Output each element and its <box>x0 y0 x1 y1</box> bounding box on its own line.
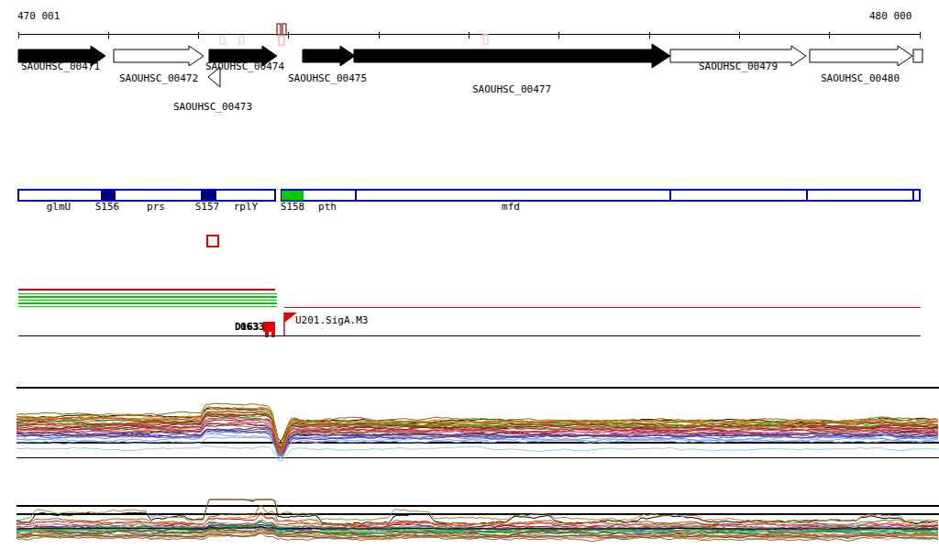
genome-browser-view: SAOUHSC_00471SAOUHSC_00472SAOUHSC_00473S… <box>0 0 939 560</box>
gene-label: SAOUHSC_00477 <box>472 83 551 95</box>
gene-label: SAOUHSC_00479 <box>699 60 778 72</box>
ruler-mark <box>220 36 225 44</box>
operon-label: pth <box>318 201 337 213</box>
operon-label: rplY <box>234 201 259 213</box>
tss-overlap-label-2: 0633 <box>240 322 265 332</box>
operon-box[interactable] <box>282 190 920 201</box>
gene-arrow-saouhsc_00480[interactable] <box>810 46 912 66</box>
gene-arrow-saouhsc_00475[interactable] <box>303 46 355 66</box>
selection-square-marker[interactable] <box>207 236 218 247</box>
gene-label: SAOUHSC_00472 <box>119 72 198 84</box>
operon-label: S157 <box>195 201 220 213</box>
operon-label: S156 <box>95 201 120 213</box>
gene-label: SAOUHSC_00473 <box>173 101 252 113</box>
operon-label: prs <box>147 201 165 213</box>
operon-segment[interactable] <box>101 191 116 201</box>
operon-label: mfd <box>502 201 520 213</box>
ruler-mark <box>483 35 488 44</box>
gene-arrow-saouhsc_00472[interactable] <box>114 46 204 66</box>
gene-label: SAOUHSC_00475 <box>288 72 367 84</box>
gene-arrow-saouhsc_00477[interactable] <box>354 44 670 68</box>
ruler-start-label: 470 001 <box>17 11 60 21</box>
tss-marker[interactable] <box>263 322 275 332</box>
operon-label: S158 <box>281 201 305 213</box>
gene-arrow-partial[interactable] <box>913 49 922 62</box>
gene-label: SAOUHSC_00480 <box>821 72 900 84</box>
ruler-mark <box>279 36 284 45</box>
ruler-mark <box>277 24 281 35</box>
gene-label: SAOUHSC_00471 <box>21 60 100 72</box>
ruler-end-label: 480 000 <box>869 11 911 21</box>
operon-label: glmU <box>47 201 72 213</box>
operon-segment[interactable] <box>282 191 304 201</box>
signal-line-upper <box>17 445 938 461</box>
operon-box[interactable] <box>18 190 275 201</box>
tracks-canvas: SAOUHSC_00471SAOUHSC_00472SAOUHSC_00473S… <box>0 0 939 560</box>
gene-label: SAOUHSC_00474 <box>205 60 284 72</box>
ruler-mark <box>239 36 244 44</box>
ruler-mark <box>282 24 286 35</box>
operon-segment[interactable] <box>201 191 216 201</box>
motif-flag-label: U201.SigA.M3 <box>295 315 368 325</box>
